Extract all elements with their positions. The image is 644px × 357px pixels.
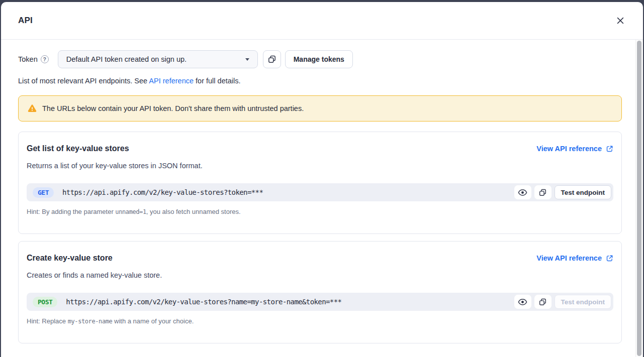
endpoint-url-bar: POST https://api.apify.com/v2/key-value-… (27, 293, 613, 311)
intro-before: List of most relevant API endpoints. See (18, 77, 149, 85)
copy-icon (539, 189, 546, 196)
api-reference-link[interactable]: API reference (149, 77, 194, 85)
copy-icon (539, 298, 546, 306)
method-badge: GET (33, 187, 54, 198)
token-label: Token (18, 55, 38, 63)
intro-after: for full details. (194, 77, 241, 85)
hint-code: my-store-name (68, 318, 113, 325)
view-api-reference-label: View API reference (536, 254, 602, 262)
warning-banner: The URLs below contain your API token. D… (18, 95, 622, 122)
warning-text: The URLs below contain your API token. D… (42, 104, 304, 112)
copy-icon (268, 55, 276, 63)
modal-header: API (1, 2, 643, 40)
endpoint-title: Get list of key-value stores (27, 144, 129, 153)
api-modal: API Token ? Default API token created on… (1, 2, 643, 357)
view-api-reference-link[interactable]: View API reference (536, 254, 613, 262)
manage-tokens-button[interactable]: Manage tokens (285, 50, 353, 68)
external-link-icon (606, 145, 613, 153)
endpoint-actions: Test endpoint (514, 295, 612, 309)
view-api-reference-link[interactable]: View API reference (536, 145, 613, 153)
reveal-token-button[interactable] (514, 185, 531, 199)
test-endpoint-button[interactable]: Test endpoint (555, 295, 612, 309)
endpoint-card-create-store: Create key-value store View API referenc… (18, 241, 622, 343)
endpoint-description: Creates or finds a named key-value store… (27, 271, 613, 279)
eye-icon (518, 297, 527, 307)
endpoint-card-get-list: Get list of key-value stores View API re… (18, 132, 622, 234)
token-select-value: Default API token created on sign up. (66, 55, 187, 63)
help-icon[interactable]: ? (41, 55, 49, 63)
reveal-token-button[interactable] (514, 295, 531, 309)
token-select[interactable]: Default API token created on sign up. (58, 50, 258, 68)
endpoint-url: https://api.apify.com/v2/key-value-store… (62, 188, 263, 196)
warning-icon (27, 103, 37, 113)
endpoint-actions: Test endpoint (514, 185, 612, 199)
endpoint-description: Returns a list of your key-value stores … (27, 162, 613, 170)
close-icon[interactable] (613, 13, 628, 28)
endpoint-url-bar: GET https://api.apify.com/v2/key-value-s… (27, 183, 613, 201)
copy-url-button[interactable] (534, 295, 551, 309)
token-row: Token ? Default API token created on sig… (18, 50, 622, 68)
endpoint-hint: Hint: By adding the parameter unnamed=1,… (27, 208, 613, 215)
scrollbar-thumb[interactable] (637, 41, 641, 356)
external-link-icon (606, 255, 613, 262)
endpoint-hint: Hint: Replace my-store-name with a name … (27, 317, 613, 325)
copy-url-button[interactable] (534, 185, 551, 199)
intro-text: List of most relevant API endpoints. See… (18, 77, 622, 85)
hint-code: unnamed=1 (115, 208, 146, 215)
chevron-down-icon (245, 58, 249, 61)
test-endpoint-button[interactable]: Test endpoint (555, 185, 612, 199)
endpoint-title: Create key-value store (27, 254, 113, 263)
view-api-reference-label: View API reference (536, 145, 602, 153)
scrollbar[interactable] (635, 40, 643, 357)
copy-token-button[interactable] (263, 50, 281, 68)
endpoint-url: https://api.apify.com/v2/key-value-store… (66, 298, 341, 306)
method-badge: POST (33, 297, 57, 307)
page-title: API (18, 16, 33, 26)
eye-icon (518, 188, 527, 197)
modal-body: Token ? Default API token created on sig… (1, 40, 635, 357)
